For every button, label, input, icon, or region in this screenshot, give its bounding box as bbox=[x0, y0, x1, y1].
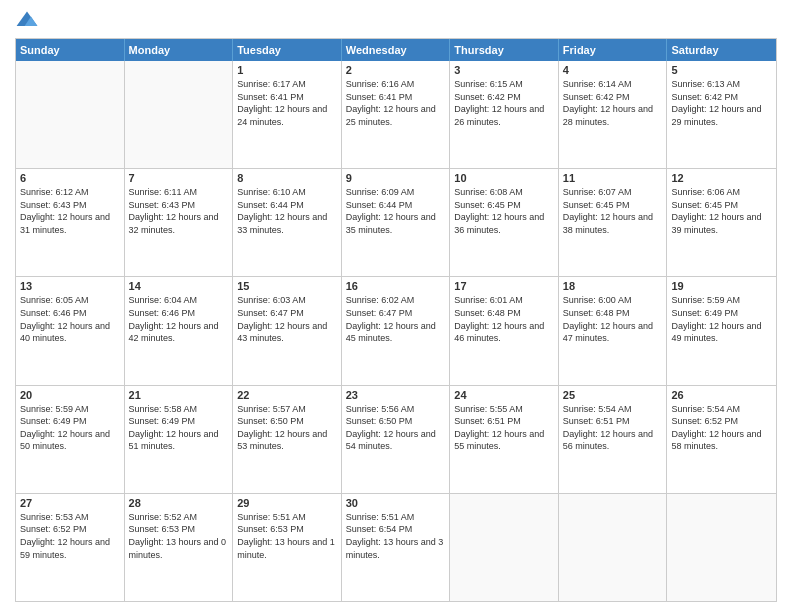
day-number: 6 bbox=[20, 172, 120, 184]
day-number: 20 bbox=[20, 389, 120, 401]
header bbox=[15, 10, 777, 30]
cell-info: Sunrise: 6:11 AM Sunset: 6:43 PM Dayligh… bbox=[129, 186, 229, 236]
day-number: 23 bbox=[346, 389, 446, 401]
day-number: 5 bbox=[671, 64, 772, 76]
day-number: 2 bbox=[346, 64, 446, 76]
calendar-cell: 24Sunrise: 5:55 AM Sunset: 6:51 PM Dayli… bbox=[450, 386, 559, 493]
calendar-cell: 15Sunrise: 6:03 AM Sunset: 6:47 PM Dayli… bbox=[233, 277, 342, 384]
calendar-cell: 19Sunrise: 5:59 AM Sunset: 6:49 PM Dayli… bbox=[667, 277, 776, 384]
calendar-cell: 16Sunrise: 6:02 AM Sunset: 6:47 PM Dayli… bbox=[342, 277, 451, 384]
calendar-cell: 26Sunrise: 5:54 AM Sunset: 6:52 PM Dayli… bbox=[667, 386, 776, 493]
day-number: 1 bbox=[237, 64, 337, 76]
day-number: 16 bbox=[346, 280, 446, 292]
header-day-saturday: Saturday bbox=[667, 39, 776, 61]
cell-info: Sunrise: 6:10 AM Sunset: 6:44 PM Dayligh… bbox=[237, 186, 337, 236]
cell-info: Sunrise: 6:05 AM Sunset: 6:46 PM Dayligh… bbox=[20, 294, 120, 344]
day-number: 29 bbox=[237, 497, 337, 509]
cell-info: Sunrise: 5:57 AM Sunset: 6:50 PM Dayligh… bbox=[237, 403, 337, 453]
calendar-cell bbox=[667, 494, 776, 601]
cell-info: Sunrise: 5:59 AM Sunset: 6:49 PM Dayligh… bbox=[671, 294, 772, 344]
calendar-cell bbox=[450, 494, 559, 601]
calendar-cell: 11Sunrise: 6:07 AM Sunset: 6:45 PM Dayli… bbox=[559, 169, 668, 276]
calendar-cell bbox=[559, 494, 668, 601]
day-number: 4 bbox=[563, 64, 663, 76]
calendar-cell: 6Sunrise: 6:12 AM Sunset: 6:43 PM Daylig… bbox=[16, 169, 125, 276]
calendar-row-0: 1Sunrise: 6:17 AM Sunset: 6:41 PM Daylig… bbox=[16, 61, 776, 168]
calendar-cell: 18Sunrise: 6:00 AM Sunset: 6:48 PM Dayli… bbox=[559, 277, 668, 384]
calendar-cell: 13Sunrise: 6:05 AM Sunset: 6:46 PM Dayli… bbox=[16, 277, 125, 384]
day-number: 7 bbox=[129, 172, 229, 184]
logo-icon bbox=[15, 10, 39, 30]
cell-info: Sunrise: 6:09 AM Sunset: 6:44 PM Dayligh… bbox=[346, 186, 446, 236]
cell-info: Sunrise: 6:07 AM Sunset: 6:45 PM Dayligh… bbox=[563, 186, 663, 236]
cell-info: Sunrise: 6:14 AM Sunset: 6:42 PM Dayligh… bbox=[563, 78, 663, 128]
calendar-cell: 4Sunrise: 6:14 AM Sunset: 6:42 PM Daylig… bbox=[559, 61, 668, 168]
day-number: 26 bbox=[671, 389, 772, 401]
calendar-cell: 8Sunrise: 6:10 AM Sunset: 6:44 PM Daylig… bbox=[233, 169, 342, 276]
calendar-header: SundayMondayTuesdayWednesdayThursdayFrid… bbox=[16, 39, 776, 61]
cell-info: Sunrise: 6:12 AM Sunset: 6:43 PM Dayligh… bbox=[20, 186, 120, 236]
calendar-cell bbox=[125, 61, 234, 168]
day-number: 21 bbox=[129, 389, 229, 401]
cell-info: Sunrise: 5:54 AM Sunset: 6:52 PM Dayligh… bbox=[671, 403, 772, 453]
day-number: 12 bbox=[671, 172, 772, 184]
calendar: SundayMondayTuesdayWednesdayThursdayFrid… bbox=[15, 38, 777, 602]
day-number: 18 bbox=[563, 280, 663, 292]
cell-info: Sunrise: 5:59 AM Sunset: 6:49 PM Dayligh… bbox=[20, 403, 120, 453]
day-number: 28 bbox=[129, 497, 229, 509]
cell-info: Sunrise: 6:04 AM Sunset: 6:46 PM Dayligh… bbox=[129, 294, 229, 344]
calendar-cell: 7Sunrise: 6:11 AM Sunset: 6:43 PM Daylig… bbox=[125, 169, 234, 276]
calendar-cell: 10Sunrise: 6:08 AM Sunset: 6:45 PM Dayli… bbox=[450, 169, 559, 276]
day-number: 27 bbox=[20, 497, 120, 509]
calendar-cell: 22Sunrise: 5:57 AM Sunset: 6:50 PM Dayli… bbox=[233, 386, 342, 493]
day-number: 11 bbox=[563, 172, 663, 184]
header-day-sunday: Sunday bbox=[16, 39, 125, 61]
cell-info: Sunrise: 6:06 AM Sunset: 6:45 PM Dayligh… bbox=[671, 186, 772, 236]
cell-info: Sunrise: 5:51 AM Sunset: 6:54 PM Dayligh… bbox=[346, 511, 446, 561]
day-number: 17 bbox=[454, 280, 554, 292]
day-number: 25 bbox=[563, 389, 663, 401]
cell-info: Sunrise: 5:56 AM Sunset: 6:50 PM Dayligh… bbox=[346, 403, 446, 453]
header-day-thursday: Thursday bbox=[450, 39, 559, 61]
day-number: 15 bbox=[237, 280, 337, 292]
calendar-cell: 23Sunrise: 5:56 AM Sunset: 6:50 PM Dayli… bbox=[342, 386, 451, 493]
calendar-cell: 2Sunrise: 6:16 AM Sunset: 6:41 PM Daylig… bbox=[342, 61, 451, 168]
page: SundayMondayTuesdayWednesdayThursdayFrid… bbox=[0, 0, 792, 612]
logo bbox=[15, 10, 43, 30]
cell-info: Sunrise: 6:00 AM Sunset: 6:48 PM Dayligh… bbox=[563, 294, 663, 344]
header-day-friday: Friday bbox=[559, 39, 668, 61]
header-day-wednesday: Wednesday bbox=[342, 39, 451, 61]
day-number: 13 bbox=[20, 280, 120, 292]
cell-info: Sunrise: 6:13 AM Sunset: 6:42 PM Dayligh… bbox=[671, 78, 772, 128]
calendar-cell: 12Sunrise: 6:06 AM Sunset: 6:45 PM Dayli… bbox=[667, 169, 776, 276]
day-number: 10 bbox=[454, 172, 554, 184]
calendar-cell: 17Sunrise: 6:01 AM Sunset: 6:48 PM Dayli… bbox=[450, 277, 559, 384]
header-day-tuesday: Tuesday bbox=[233, 39, 342, 61]
cell-info: Sunrise: 6:03 AM Sunset: 6:47 PM Dayligh… bbox=[237, 294, 337, 344]
cell-info: Sunrise: 6:17 AM Sunset: 6:41 PM Dayligh… bbox=[237, 78, 337, 128]
calendar-row-1: 6Sunrise: 6:12 AM Sunset: 6:43 PM Daylig… bbox=[16, 168, 776, 276]
calendar-cell: 28Sunrise: 5:52 AM Sunset: 6:53 PM Dayli… bbox=[125, 494, 234, 601]
calendar-cell: 27Sunrise: 5:53 AM Sunset: 6:52 PM Dayli… bbox=[16, 494, 125, 601]
cell-info: Sunrise: 6:01 AM Sunset: 6:48 PM Dayligh… bbox=[454, 294, 554, 344]
day-number: 3 bbox=[454, 64, 554, 76]
cell-info: Sunrise: 5:55 AM Sunset: 6:51 PM Dayligh… bbox=[454, 403, 554, 453]
day-number: 8 bbox=[237, 172, 337, 184]
header-day-monday: Monday bbox=[125, 39, 234, 61]
day-number: 22 bbox=[237, 389, 337, 401]
cell-info: Sunrise: 5:58 AM Sunset: 6:49 PM Dayligh… bbox=[129, 403, 229, 453]
cell-info: Sunrise: 6:16 AM Sunset: 6:41 PM Dayligh… bbox=[346, 78, 446, 128]
calendar-row-3: 20Sunrise: 5:59 AM Sunset: 6:49 PM Dayli… bbox=[16, 385, 776, 493]
calendar-cell bbox=[16, 61, 125, 168]
cell-info: Sunrise: 5:52 AM Sunset: 6:53 PM Dayligh… bbox=[129, 511, 229, 561]
calendar-cell: 3Sunrise: 6:15 AM Sunset: 6:42 PM Daylig… bbox=[450, 61, 559, 168]
day-number: 14 bbox=[129, 280, 229, 292]
cell-info: Sunrise: 6:02 AM Sunset: 6:47 PM Dayligh… bbox=[346, 294, 446, 344]
calendar-cell: 29Sunrise: 5:51 AM Sunset: 6:53 PM Dayli… bbox=[233, 494, 342, 601]
calendar-cell: 5Sunrise: 6:13 AM Sunset: 6:42 PM Daylig… bbox=[667, 61, 776, 168]
cell-info: Sunrise: 6:15 AM Sunset: 6:42 PM Dayligh… bbox=[454, 78, 554, 128]
cell-info: Sunrise: 6:08 AM Sunset: 6:45 PM Dayligh… bbox=[454, 186, 554, 236]
cell-info: Sunrise: 5:53 AM Sunset: 6:52 PM Dayligh… bbox=[20, 511, 120, 561]
cell-info: Sunrise: 5:54 AM Sunset: 6:51 PM Dayligh… bbox=[563, 403, 663, 453]
calendar-cell: 25Sunrise: 5:54 AM Sunset: 6:51 PM Dayli… bbox=[559, 386, 668, 493]
